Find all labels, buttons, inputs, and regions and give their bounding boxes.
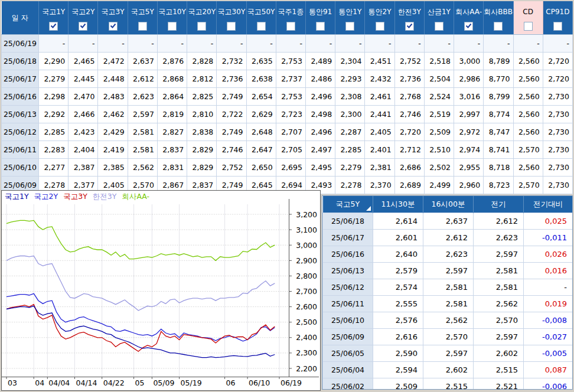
value-cell: 2,752	[217, 159, 246, 177]
column-label: 국고1Y	[39, 2, 68, 19]
table-row[interactable]: 25/06/132,2922,4662,4622,5972,8192,8102,…	[2, 106, 573, 123]
value-cell: 2,730	[543, 123, 572, 141]
detail-table-row[interactable]: 25/06/042,5942,6022,5150,087	[323, 362, 573, 378]
column-checkbox[interactable]	[553, 22, 562, 31]
detail-table-row[interactable]: 25/06/162,6402,6232,5970,026	[323, 246, 573, 263]
value-cell: 2,730	[543, 88, 572, 106]
column-checkbox[interactable]	[168, 22, 177, 31]
column-label: 국고20Y	[187, 2, 216, 19]
value-cell: 2,461	[365, 88, 394, 106]
column-label: 국고3Y	[98, 2, 127, 19]
value-cell: 2,502	[424, 159, 454, 177]
date-cell: 25/06/10	[2, 159, 39, 177]
value-cell: 2,385	[98, 159, 128, 177]
value-cell: 2,510	[424, 141, 454, 159]
value-cell: 2,300	[335, 106, 365, 123]
column-checkbox[interactable]	[316, 22, 325, 31]
detail-column-header-1130[interactable]: 11시30분	[373, 196, 423, 213]
value-cell: 2,292	[39, 106, 69, 123]
detail-table-row[interactable]: 25/06/172,6012,6122,623-0,011	[323, 230, 573, 246]
value-1600-cell: 2,637	[423, 213, 474, 230]
value-prev-cell: 2,521	[474, 378, 524, 390]
value-cell: 2,581	[128, 123, 157, 141]
value-change-cell: -0,005	[524, 345, 573, 362]
value-cell: 8,789	[484, 53, 513, 70]
detail-table-header-row: 국고5Y 11시30분 16시00분 전기 전기대비	[323, 196, 573, 213]
detail-column-header-prev[interactable]: 전기	[474, 196, 524, 213]
value-change-cell: 0,025	[524, 213, 573, 230]
column-header: 국고2Y	[69, 1, 98, 35]
column-label: 국고2Y	[69, 2, 97, 19]
table-row[interactable]: 25/06/19------------------	[2, 35, 573, 53]
column-checkbox[interactable]	[494, 22, 503, 31]
column-header: 통안91	[305, 1, 335, 35]
date-cell: 25/06/12	[323, 279, 373, 296]
value-cell: 2,955	[454, 159, 484, 177]
date-cell: 25/06/04	[323, 362, 373, 378]
column-checkbox[interactable]	[109, 22, 118, 31]
value-cell: 2,638	[246, 70, 276, 88]
column-checkbox[interactable]	[524, 22, 533, 31]
detail-table-row[interactable]: 25/06/102,5762,5622,570-0,008	[323, 312, 573, 329]
column-checkbox[interactable]	[286, 22, 295, 31]
date-cell: 25/06/10	[323, 312, 373, 329]
column-checkbox[interactable]	[345, 22, 354, 31]
detail-table-row[interactable]: 25/06/132,5792,5972,5810,016	[323, 263, 573, 279]
column-checkbox[interactable]	[49, 22, 58, 31]
table-row[interactable]: 25/06/162,2982,4702,4832,6232,8642,8252,…	[2, 88, 573, 106]
value-cell: 2,768	[394, 88, 424, 106]
value-prev-cell: 2,612	[474, 213, 524, 230]
column-checkbox[interactable]	[227, 22, 236, 31]
table-row[interactable]: 25/06/112,2832,4042,4192,5812,8372,8292,…	[2, 141, 573, 159]
detail-column-header-1600[interactable]: 16시00분	[423, 196, 474, 213]
table-row[interactable]: 25/06/172,2792,4452,4482,6122,8682,8122,…	[2, 70, 573, 88]
value-1130-cell: 2,590	[373, 345, 423, 362]
column-checkbox[interactable]	[435, 22, 443, 31]
value-cell: 2,749	[217, 123, 246, 141]
value-cell: 2,560	[513, 53, 543, 70]
column-checkbox[interactable]	[138, 22, 147, 31]
column-checkbox[interactable]	[464, 22, 473, 31]
value-cell: -	[187, 35, 217, 53]
value-1130-cell: 2,579	[373, 263, 423, 279]
detail-sort-column-header[interactable]: 국고5Y	[323, 196, 373, 213]
column-checkbox[interactable]	[257, 22, 266, 31]
legend-item: 국고3Y	[63, 192, 87, 202]
value-cell: 2,720	[543, 53, 572, 70]
value-cell: 2,429	[98, 123, 128, 141]
value-cell: -	[513, 35, 543, 53]
detail-table-row[interactable]: 25/06/022,5092,5152,521-0,006	[323, 378, 573, 390]
value-cell: 2,560	[513, 106, 543, 123]
yield-table-header-row: 일 자 국고1Y국고2Y국고3Y국고5Y국고10Y국고20Y국고30Y국고50Y…	[2, 1, 573, 35]
value-prev-cell: 2,562	[474, 296, 524, 312]
value-cell: 2,730	[543, 106, 572, 123]
value-cell: 2,472	[98, 53, 128, 70]
table-row[interactable]: 25/06/122,2852,4232,4292,5812,8272,8382,…	[2, 123, 573, 141]
table-row[interactable]: 25/06/182,2902,4652,4722,6372,8762,8282,…	[2, 53, 573, 70]
detail-table-row[interactable]: 25/06/122,5742,5812,581-	[323, 279, 573, 296]
value-cell: 2,496	[305, 123, 335, 141]
value-change-cell: 0,026	[524, 246, 573, 263]
value-cell: 2,285	[335, 141, 365, 159]
value-cell: 3,016	[454, 88, 484, 106]
column-checkbox[interactable]	[376, 22, 384, 31]
detail-table-row[interactable]: 25/06/182,6142,6372,6120,025	[323, 213, 573, 230]
value-1600-cell: 2,581	[423, 279, 474, 296]
detail-table-row[interactable]: 25/06/052,5902,5972,602-0,005	[323, 345, 573, 362]
value-cell: 2,499	[424, 177, 454, 194]
detail-table-row[interactable]: 25/06/092,6162,5702,597-0,027	[323, 329, 573, 345]
table-row[interactable]: 25/06/102,2772,3872,3852,5622,8312,8292,…	[2, 159, 573, 177]
column-checkbox[interactable]	[197, 22, 206, 31]
value-cell: 2,746	[217, 141, 246, 159]
svg-text:06/19: 06/19	[281, 378, 302, 387]
detail-column-header-change[interactable]: 전기대비	[524, 196, 573, 213]
value-cell: 2,827	[157, 123, 187, 141]
column-checkbox[interactable]	[405, 22, 414, 31]
value-cell: 2,635	[246, 53, 276, 70]
svg-text:2,900: 2,900	[296, 256, 317, 265]
value-1130-cell: 2,614	[373, 213, 423, 230]
detail-table-row[interactable]: 25/06/112,5552,5812,5620,019	[323, 296, 573, 312]
column-checkbox[interactable]	[79, 22, 87, 31]
svg-text:3,200: 3,200	[296, 210, 317, 219]
value-cell: 2,519	[424, 106, 454, 123]
